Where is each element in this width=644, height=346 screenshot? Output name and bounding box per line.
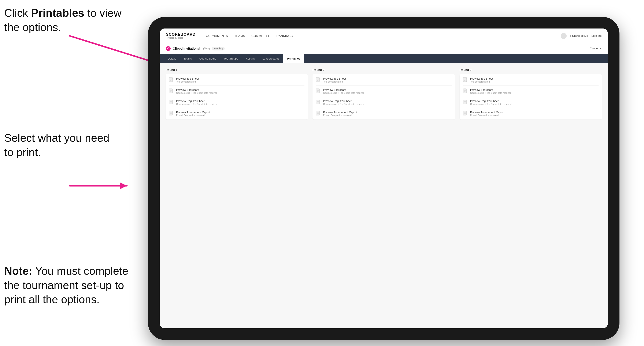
print-item-title: Preview Tee Sheet	[470, 77, 493, 80]
print-item-subtitle: Course setup + Tee Sheet data required	[323, 103, 364, 105]
tab-details[interactable]: Details	[164, 54, 180, 63]
print-item-text: Preview Tournament ReportRound Completio…	[176, 111, 210, 117]
document-icon	[169, 88, 174, 94]
print-item[interactable]: Preview Tee SheetTee Sheet required	[316, 77, 452, 83]
divider	[169, 85, 304, 86]
round-section-2: Round 2 Preview Tee SheetTee Sheet requi…	[312, 68, 455, 120]
annotation-top: Click Printables to view the options.	[4, 6, 127, 34]
print-item-text: Preview ScorecardCourse setup + Tee Shee…	[176, 88, 217, 94]
print-item-text: Preview Tee SheetTee Sheet required	[176, 77, 199, 83]
print-item-title: Preview Tournament Report	[470, 111, 504, 114]
avatar	[561, 33, 566, 39]
print-item[interactable]: Preview ScorecardCourse setup + Tee Shee…	[316, 88, 452, 94]
print-item-title: Preview Tee Sheet	[176, 77, 199, 80]
print-item-subtitle: Course setup + Tee Sheet data required	[470, 103, 512, 105]
logo-title: SCOREBOARD	[166, 32, 196, 37]
cancel-button[interactable]: Cancel ✕	[590, 47, 602, 50]
print-item-subtitle: Round Completion required	[323, 114, 357, 117]
document-icon	[463, 77, 468, 83]
tab-results[interactable]: Results	[242, 54, 258, 63]
print-item-title: Preview Scorecard	[176, 88, 217, 91]
document-icon	[463, 111, 468, 116]
print-item[interactable]: Preview Tournament ReportRound Completio…	[463, 111, 598, 117]
annotation-middle: Select what you need to print.	[4, 131, 118, 159]
print-item[interactable]: Preview Tournament ReportRound Completio…	[169, 111, 304, 117]
print-item-text: Preview Tee SheetTee Sheet required	[470, 77, 493, 83]
print-item-text: Preview Tee SheetTee Sheet required	[323, 77, 346, 83]
round-title-3: Round 3	[460, 68, 602, 72]
tab-tee-groups[interactable]: Tee Groups	[220, 54, 242, 63]
divider	[463, 108, 598, 108]
print-item-subtitle: Course setup + Tee Sheet data required	[176, 92, 217, 94]
tab-teams[interactable]: Teams	[180, 54, 196, 63]
print-item-subtitle: Round Completion required	[176, 114, 210, 117]
print-item-subtitle: Course setup + Tee Sheet data required	[323, 92, 364, 94]
tournament-title: C Clippd Invitational (Men) Hosting	[166, 46, 225, 51]
print-item-text: Preview Raguzzi SheetCourse setup + Tee …	[176, 99, 217, 105]
nav-right: blair@clippd.io Sign out	[561, 33, 602, 39]
clippd-logo: C	[166, 46, 170, 51]
document-icon	[169, 111, 174, 116]
tournament-header: C Clippd Invitational (Men) Hosting Canc…	[160, 43, 608, 54]
print-item-subtitle: Tee Sheet required	[470, 80, 493, 83]
logo-subtitle: Powered by clippd	[166, 37, 196, 39]
tab-course-setup[interactable]: Course Setup	[196, 54, 220, 63]
print-item-text: Preview ScorecardCourse setup + Tee Shee…	[470, 88, 512, 94]
tab-leaderboards[interactable]: Leaderboards	[258, 54, 283, 63]
svg-marker-3	[120, 182, 127, 189]
print-item[interactable]: Preview ScorecardCourse setup + Tee Shee…	[169, 88, 304, 94]
nav-committee[interactable]: COMMITTEE	[252, 33, 270, 38]
annotation-bottom: Note: You must complete the tournament s…	[4, 264, 131, 307]
main-content: Round 1 Preview Tee SheetTee Sheet requi…	[160, 63, 608, 328]
print-item-subtitle: Course setup + Tee Sheet data required	[470, 92, 512, 94]
print-item[interactable]: Preview Tee SheetTee Sheet required	[463, 77, 598, 83]
print-item-text: Preview Tournament ReportRound Completio…	[470, 111, 504, 117]
print-item-title: Preview Tournament Report	[323, 111, 357, 114]
divider	[169, 108, 304, 108]
scoreboard-logo: SCOREBOARD Powered by clippd	[166, 32, 196, 39]
rounds-grid: Round 1 Preview Tee SheetTee Sheet requi…	[166, 68, 602, 120]
print-item[interactable]: Preview Raguzzi SheetCourse setup + Tee …	[169, 99, 304, 105]
document-icon	[316, 100, 320, 105]
nav-rankings[interactable]: RANKINGS	[276, 33, 293, 38]
tablet-device: SCOREBOARD Powered by clippd TOURNAMENTS…	[148, 17, 620, 340]
print-item[interactable]: Preview ScorecardCourse setup + Tee Shee…	[463, 88, 598, 94]
document-icon	[463, 100, 468, 105]
hosting-badge: Hosting	[212, 47, 225, 50]
tab-printables[interactable]: Printables	[283, 54, 304, 63]
round-section-1: Round 1 Preview Tee SheetTee Sheet requi…	[166, 68, 308, 120]
round-card-2: Preview Tee SheetTee Sheet required Prev…	[312, 74, 455, 120]
print-item[interactable]: Preview Raguzzi SheetCourse setup + Tee …	[463, 99, 598, 105]
print-item-subtitle: Round Completion required	[470, 114, 504, 117]
document-icon	[316, 111, 320, 116]
round-card-1: Preview Tee SheetTee Sheet required Prev…	[166, 74, 308, 120]
document-icon	[169, 100, 174, 105]
tournament-name: Clippd Invitational	[173, 47, 200, 50]
round-title-1: Round 1	[166, 68, 308, 72]
print-item[interactable]: Preview Raguzzi SheetCourse setup + Tee …	[316, 99, 452, 105]
svg-rect-40	[463, 89, 466, 93]
divider	[316, 108, 452, 108]
nav-tournaments[interactable]: TOURNAMENTS	[204, 33, 228, 38]
divider	[463, 97, 598, 97]
divider	[169, 97, 304, 97]
nav-teams[interactable]: TEAMS	[234, 33, 245, 38]
print-item-title: Preview Tee Sheet	[323, 77, 346, 80]
divider	[316, 97, 452, 97]
document-icon	[463, 88, 468, 94]
print-item[interactable]: Preview Tournament ReportRound Completio…	[316, 111, 452, 117]
print-item[interactable]: Preview Tee SheetTee Sheet required	[169, 77, 304, 83]
tablet-screen: SCOREBOARD Powered by clippd TOURNAMENTS…	[160, 28, 608, 328]
print-item-text: Preview Tournament ReportRound Completio…	[323, 111, 357, 117]
user-email: blair@clippd.io	[570, 34, 588, 37]
sign-out-link[interactable]: Sign out	[591, 34, 602, 37]
document-icon	[316, 77, 320, 83]
round-section-3: Round 3 Preview Tee SheetTee Sheet requi…	[460, 68, 602, 120]
print-item-subtitle: Course setup + Tee Sheet data required	[176, 103, 217, 105]
print-item-title: Preview Raguzzi Sheet	[323, 99, 364, 103]
divider	[316, 85, 452, 86]
print-item-subtitle: Tee Sheet required	[176, 80, 199, 83]
document-icon	[316, 88, 320, 94]
print-item-subtitle: Tee Sheet required	[323, 80, 346, 83]
nav-items: TOURNAMENTS TEAMS COMMITTEE RANKINGS	[204, 33, 552, 38]
